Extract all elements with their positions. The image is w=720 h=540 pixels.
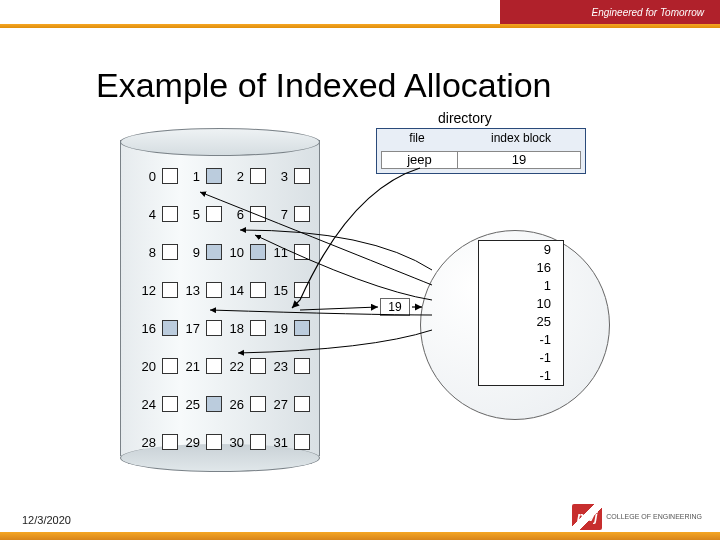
- cylinder-top-ellipse: [120, 128, 320, 156]
- block-number-label: 13: [184, 283, 200, 298]
- logo-subtext: COLLEGE OF ENGINEERING: [606, 513, 702, 521]
- disk-block: [206, 396, 222, 412]
- block-number-label: 18: [228, 321, 244, 336]
- disk-block: [294, 282, 310, 298]
- disk-block: [162, 434, 178, 450]
- disk-block: [250, 434, 266, 450]
- directory-col-index: index block: [457, 131, 585, 145]
- disk-block: [206, 244, 222, 260]
- index-entry: 1: [479, 277, 563, 295]
- block-number-label: 1: [184, 169, 200, 184]
- disk-block: [250, 244, 266, 260]
- block-number-label: 28: [140, 435, 156, 450]
- block-number-label: 2: [228, 169, 244, 184]
- disk-block: [250, 206, 266, 222]
- block-number-label: 9: [184, 245, 200, 260]
- disk-block: [162, 282, 178, 298]
- disk-block: [250, 320, 266, 336]
- index-entry: -1: [479, 367, 563, 385]
- disk-block: [294, 244, 310, 260]
- block-number-label: 4: [140, 207, 156, 222]
- directory-header-row: file index block: [377, 131, 585, 145]
- diagram-area: 0123456789101112131415161718192021222324…: [120, 110, 620, 490]
- index-entry: -1: [479, 349, 563, 367]
- logo-icon: mvj: [572, 504, 602, 530]
- disk-row: 20212223: [140, 358, 310, 374]
- block-number-label: 8: [140, 245, 156, 260]
- disk-block: [206, 282, 222, 298]
- directory-entry-index: 19: [458, 152, 580, 168]
- block-number-label: 12: [140, 283, 156, 298]
- directory-table: file index block jeep 19: [376, 128, 586, 174]
- disk-block: [206, 168, 222, 184]
- block-number-label: 22: [228, 359, 244, 374]
- disk-block: [250, 396, 266, 412]
- disk-block: [294, 168, 310, 184]
- disk-block: [206, 320, 222, 336]
- disk-block: [294, 396, 310, 412]
- index-entry: 25: [479, 313, 563, 331]
- disk-row: 0123: [140, 168, 310, 184]
- block-number-label: 26: [228, 397, 244, 412]
- block-number-label: 17: [184, 321, 200, 336]
- disk-block: [206, 358, 222, 374]
- disk-block: [250, 282, 266, 298]
- disk-block: [162, 206, 178, 222]
- index-entry: 10: [479, 295, 563, 313]
- disk-block: [206, 434, 222, 450]
- disk-block: [162, 396, 178, 412]
- block-number-label: 24: [140, 397, 156, 412]
- disk-block: [294, 206, 310, 222]
- slide-header: Engineered for Tomorrow: [0, 0, 720, 52]
- block-number-label: 21: [184, 359, 200, 374]
- directory-heading: directory: [438, 110, 492, 126]
- block-number-label: 6: [228, 207, 244, 222]
- directory-entry-file: jeep: [382, 152, 458, 168]
- block-number-label: 20: [140, 359, 156, 374]
- disk-row: 4567: [140, 206, 310, 222]
- header-tagline: Engineered for Tomorrow: [552, 0, 720, 24]
- disk-row: 16171819: [140, 320, 310, 336]
- index-block-contents: 91611025-1-1-1: [478, 240, 564, 386]
- disk-row: 12131415: [140, 282, 310, 298]
- block-number-label: 7: [272, 207, 288, 222]
- block-number-label: 0: [140, 169, 156, 184]
- disk-block: [294, 320, 310, 336]
- footer-date: 12/3/2020: [22, 514, 71, 526]
- disk-cylinder: 0123456789101112131415161718192021222324…: [120, 128, 320, 468]
- block-number-label: 16: [140, 321, 156, 336]
- block-number-label: 3: [272, 169, 288, 184]
- index-entry: -1: [479, 331, 563, 349]
- block-number-label: 10: [228, 245, 244, 260]
- block-number-label: 30: [228, 435, 244, 450]
- footer-gold-bar: [0, 532, 720, 540]
- block-number-label: 11: [272, 245, 288, 260]
- block-number-label: 23: [272, 359, 288, 374]
- disk-row: 24252627: [140, 396, 310, 412]
- page-title: Example of Indexed Allocation: [0, 52, 720, 105]
- index-block-id-box: 19: [380, 298, 410, 316]
- block-number-label: 29: [184, 435, 200, 450]
- block-number-label: 31: [272, 435, 288, 450]
- disk-block: [294, 434, 310, 450]
- index-entry: 9: [479, 241, 563, 259]
- disk-block: [162, 320, 178, 336]
- disk-block: [162, 244, 178, 260]
- footer-logo: mvj COLLEGE OF ENGINEERING: [572, 504, 702, 530]
- header-gold-bar: [0, 24, 720, 28]
- disk-block: [294, 358, 310, 374]
- block-number-label: 27: [272, 397, 288, 412]
- block-number-label: 19: [272, 321, 288, 336]
- block-number-label: 5: [184, 207, 200, 222]
- directory-col-file: file: [377, 131, 457, 145]
- disk-block: [162, 358, 178, 374]
- disk-block: [250, 168, 266, 184]
- index-entry: 16: [479, 259, 563, 277]
- disk-block: [162, 168, 178, 184]
- block-number-label: 25: [184, 397, 200, 412]
- disk-row: 28293031: [140, 434, 310, 450]
- disk-row: 891011: [140, 244, 310, 260]
- block-number-label: 14: [228, 283, 244, 298]
- block-number-label: 15: [272, 283, 288, 298]
- disk-block: [206, 206, 222, 222]
